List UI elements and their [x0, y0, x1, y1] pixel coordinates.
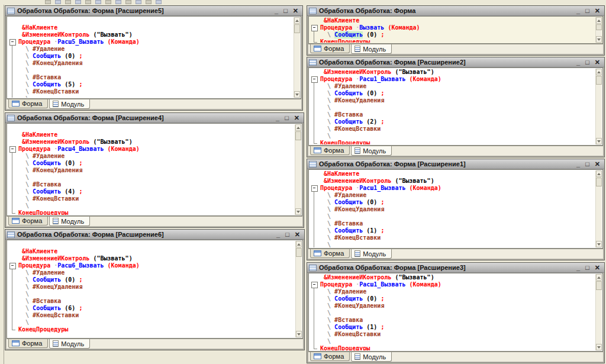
vertical-scrollbar[interactable]: [595, 17, 602, 43]
scroll-thumb[interactable]: [596, 24, 602, 30]
fold-gutter: [310, 310, 320, 317]
vertical-scrollbar[interactable]: [595, 274, 602, 350]
tab-forma[interactable]: Форма: [310, 146, 350, 155]
scroll-up-button[interactable]: [596, 274, 602, 281]
window-titlebar[interactable]: Обработка Обработка: Форма [Расширение4]…: [5, 113, 304, 123]
close-button[interactable]: ✕: [595, 160, 600, 169]
vertical-scrollbar[interactable]: [295, 241, 302, 337]
tab-modul[interactable]: Модуль: [49, 217, 90, 226]
minimize-button[interactable]: _: [576, 58, 580, 67]
vertical-scrollbar[interactable]: [595, 69, 602, 144]
fold-collapse-icon[interactable]: [8, 38, 18, 46]
maximize-button[interactable]: □: [585, 7, 589, 15]
window-titlebar[interactable]: Обработка Обработка: Форма [Расширение5]…: [5, 6, 302, 16]
fold-collapse-icon[interactable]: [310, 76, 320, 83]
toolbar-icon[interactable]: [45, 0, 51, 4]
close-button[interactable]: ✕: [595, 7, 600, 15]
code-editor[interactable]: &НаКлиенте &ИзменениеИКонтроль ("Вызвать…: [7, 16, 301, 99]
toolbar-icon[interactable]: [136, 0, 141, 4]
code-editor[interactable]: &НаКлиенте &ИзменениеИКонтроль ("Вызвать…: [7, 123, 302, 216]
scroll-thumb[interactable]: [296, 248, 302, 257]
toolbar-icon[interactable]: [65, 0, 71, 4]
window-titlebar[interactable]: Обработка Обработка: Форма _ □ ✕: [307, 6, 604, 16]
minimize-button[interactable]: _: [576, 160, 580, 169]
scroll-down-button[interactable]: [596, 36, 602, 43]
minimize-button[interactable]: _: [576, 263, 580, 272]
toolbar-icon[interactable]: [75, 0, 81, 4]
tab-modul[interactable]: Модуль: [351, 352, 392, 362]
close-button[interactable]: ✕: [295, 230, 300, 239]
scroll-up-button[interactable]: [596, 69, 602, 75]
scroll-thumb[interactable]: [295, 131, 301, 140]
minimize-button[interactable]: _: [276, 114, 279, 123]
window-titlebar[interactable]: Обработка Обработка: Форма [Расширение1]…: [307, 159, 604, 169]
tab-modul[interactable]: Модуль: [351, 146, 392, 156]
close-button[interactable]: ✕: [595, 58, 600, 67]
scroll-thumb[interactable]: [596, 76, 602, 85]
vertical-scrollbar[interactable]: [294, 17, 300, 98]
code-editor[interactable]: &ИзменениеИКонтроль ("Вызвать")Процедура…: [308, 273, 603, 352]
toolbar-icon[interactable]: [105, 0, 111, 4]
minimize-button[interactable]: _: [276, 230, 280, 239]
maximize-button[interactable]: □: [285, 114, 289, 123]
close-button[interactable]: ✕: [595, 263, 600, 272]
scroll-thumb[interactable]: [294, 24, 300, 33]
code-editor[interactable]: &НаКлиенте &ИзменениеИКонтроль ("Вызвать…: [7, 240, 303, 339]
fold-collapse-icon[interactable]: [310, 24, 320, 31]
fold-collapse-icon[interactable]: [310, 281, 320, 288]
tab-forma[interactable]: Форма: [310, 352, 350, 361]
toolbar-icon[interactable]: [156, 0, 162, 4]
tab-modul[interactable]: Модуль: [351, 44, 392, 54]
scroll-down-button[interactable]: [295, 208, 301, 215]
close-button[interactable]: ✕: [294, 114, 299, 123]
code-editor[interactable]: &ИзменениеИКонтроль ("Вызвать")Процедура…: [308, 67, 603, 146]
scroll-up-button[interactable]: [596, 17, 602, 24]
toolbar-icon[interactable]: [85, 0, 91, 4]
tab-modul[interactable]: Модуль: [49, 339, 90, 349]
tab-forma[interactable]: Форма: [310, 44, 350, 53]
vertical-scrollbar[interactable]: [595, 170, 602, 247]
scroll-thumb[interactable]: [596, 178, 602, 186]
scroll-up-button[interactable]: [294, 17, 300, 24]
maximize-button[interactable]: □: [585, 58, 589, 67]
tab-modul[interactable]: Модуль: [351, 249, 392, 259]
window-titlebar[interactable]: Обработка Обработка: Форма [Расширение3]…: [307, 263, 604, 273]
tab-forma[interactable]: Форма: [8, 217, 48, 226]
window-titlebar[interactable]: Обработка Обработка: Форма [Расширение6]…: [5, 230, 304, 240]
tab-forma[interactable]: Форма: [310, 249, 350, 258]
form-icon: [12, 101, 20, 107]
toolbar-icon[interactable]: [115, 0, 121, 4]
fold-collapse-icon[interactable]: [8, 146, 18, 153]
scroll-down-button[interactable]: [596, 344, 602, 350]
maximize-button[interactable]: □: [585, 263, 589, 272]
fold-collapse-icon[interactable]: [8, 262, 18, 269]
maximize-button[interactable]: □: [585, 160, 589, 169]
maximize-button[interactable]: □: [283, 7, 288, 15]
scroll-up-button[interactable]: [295, 124, 301, 131]
scroll-down-button[interactable]: [296, 331, 302, 337]
close-button[interactable]: ✕: [293, 7, 298, 15]
toolbar-icon[interactable]: [125, 0, 131, 4]
minimize-button[interactable]: _: [275, 7, 278, 15]
tab-forma[interactable]: Форма: [8, 339, 48, 348]
toolbar-icon[interactable]: [146, 0, 152, 4]
scroll-thumb[interactable]: [596, 281, 602, 290]
maximize-button[interactable]: □: [285, 230, 289, 239]
scroll-down-button[interactable]: [596, 138, 602, 144]
fold-collapse-icon[interactable]: [310, 185, 320, 192]
scroll-up-button[interactable]: [296, 241, 302, 247]
code-token: [18, 46, 25, 53]
scroll-down-button[interactable]: [596, 241, 602, 247]
toolbar-icon[interactable]: [55, 0, 61, 4]
vertical-scrollbar[interactable]: [295, 124, 301, 215]
window-titlebar[interactable]: Обработка Обработка: Форма [Расширение2]…: [307, 57, 604, 67]
code-editor[interactable]: &НаКлиенте &ИзменениеИКонтроль ("Вызвать…: [308, 169, 603, 249]
minimize-button[interactable]: _: [576, 7, 580, 15]
tab-forma[interactable]: Форма: [8, 99, 48, 108]
tab-modul[interactable]: Модуль: [49, 99, 90, 109]
code-token: \: [25, 174, 29, 181]
scroll-down-button[interactable]: [294, 91, 300, 98]
code-editor[interactable]: &НаКлиентеПроцедура ·Вызвать (Команда) \…: [308, 16, 603, 44]
scroll-up-button[interactable]: [596, 170, 602, 177]
toolbar-icon[interactable]: [95, 0, 101, 4]
